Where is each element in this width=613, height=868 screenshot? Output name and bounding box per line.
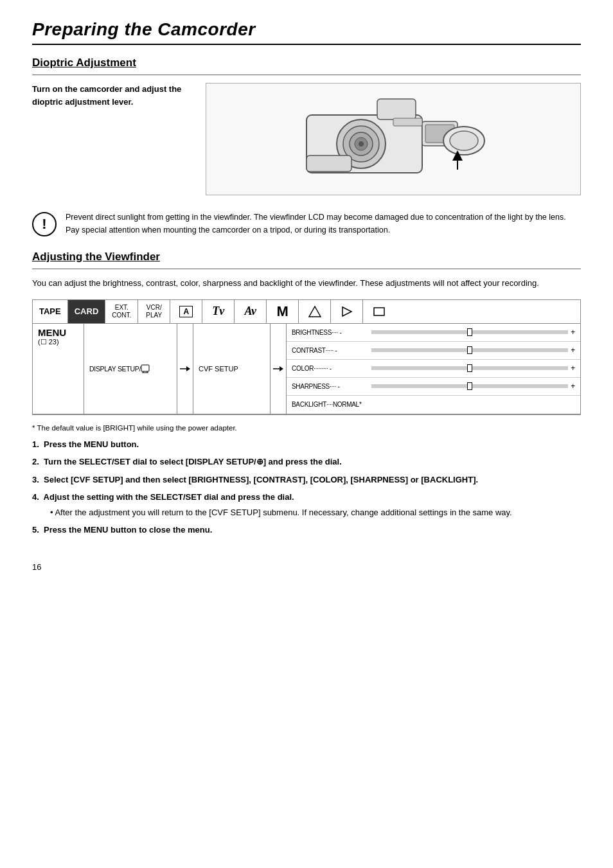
step-2: 2. Turn the SELECT/SET dial to select [D…	[32, 456, 581, 468]
svg-marker-15	[342, 307, 351, 316]
menu-body-row: MENU (☐ 23) DISPLAY SETUP/	[33, 324, 580, 414]
warning-text: Prevent direct sunlight from getting in …	[66, 211, 581, 236]
arrow-cell-2	[271, 324, 287, 414]
square-icon-svg	[373, 307, 385, 316]
step-3: 3. Select [CVF SETUP] and then select [B…	[32, 474, 581, 486]
play-icon-svg	[341, 306, 353, 317]
step-3-text: 3. Select [CVF SETUP] and then select [B…	[32, 475, 478, 484]
dioptric-content: Turn on the camcorder and adjust the dio…	[32, 83, 581, 195]
right-arrow-icon	[180, 364, 190, 374]
svg-marker-22	[186, 366, 190, 371]
viewfinder-header: Adjusting the Viewfinder	[32, 251, 581, 263]
cvf-setup-cell: CVF SETUP	[193, 324, 271, 414]
right-arrow-icon-2	[273, 364, 283, 374]
menu-label-text: MENU	[38, 327, 66, 338]
viewfinder-divider	[32, 269, 581, 269]
contrast-row: CONTRAST····· - +	[287, 342, 580, 360]
svg-marker-14	[309, 306, 321, 317]
brightness-thumb	[467, 328, 472, 336]
svg-marker-24	[280, 366, 283, 371]
sharpness-label: SHARPNESS···· -	[292, 383, 369, 390]
step-1-text: 1. Press the MENU button.	[32, 439, 139, 449]
contrast-plus: +	[571, 346, 575, 355]
brightness-label: BRIGHTNESS···· -	[292, 329, 369, 336]
page-number: 16	[32, 562, 581, 572]
contrast-track	[369, 348, 571, 352]
step-4: 4. Adjust the setting with the SELECT/SE…	[32, 491, 581, 518]
tab-square	[363, 300, 395, 323]
brightness-plus: +	[571, 328, 575, 337]
svg-rect-13	[306, 155, 351, 172]
sharpness-thumb	[467, 382, 472, 390]
dioptric-header: Dioptric Adjustment	[32, 57, 581, 69]
camcorder-svg	[294, 86, 493, 192]
sharpness-bar	[371, 384, 568, 388]
brightness-row: BRIGHTNESS···· - +	[287, 324, 580, 342]
steps-list: 1. Press the MENU button. 2. Turn the SE…	[32, 438, 581, 536]
sharpness-track	[369, 384, 571, 388]
tab-tape: TAPE	[33, 300, 68, 323]
color-plus: +	[571, 364, 575, 373]
color-track	[369, 366, 571, 370]
camcorder-image	[206, 83, 581, 195]
dioptric-instruction: Turn on the camcorder and adjust the dio…	[32, 83, 193, 108]
step-2-text: 2. Turn the SELECT/SET dial to select [D…	[32, 457, 342, 466]
step-1: 1. Press the MENU button.	[32, 438, 581, 451]
default-note: * The default value is [BRIGHT] while us…	[32, 424, 581, 432]
contrast-thumb	[467, 346, 472, 354]
tab-vcr-play: VCR/PLAY	[138, 300, 170, 323]
contrast-bar	[371, 348, 568, 352]
color-row: COLOR········· - +	[287, 360, 580, 378]
page-title: Preparing the Camcorder	[32, 19, 581, 40]
tab-av: Av	[235, 300, 267, 323]
a-icon-box: A	[179, 306, 193, 317]
warning-icon: !	[32, 212, 57, 236]
dioptric-divider	[32, 75, 581, 75]
tab-ext-cont: EXT.CONT.	[105, 300, 138, 323]
sharpness-plus: +	[571, 382, 575, 391]
step-5-text: 5. Press the MENU button to close the me…	[32, 525, 212, 535]
menu-tabs-row: TAPE CARD EXT.CONT. VCR/PLAY A Tv Av M	[33, 300, 580, 324]
step-4-sub: After the adjustment you will return to …	[50, 506, 581, 519]
tab-card: CARD	[68, 300, 106, 323]
tab-tv: Tv	[202, 300, 235, 323]
brightness-track	[369, 330, 571, 334]
tab-m: M	[267, 300, 299, 323]
title-divider	[32, 44, 581, 45]
backlight-row: BACKLIGHT····NORMAL*	[287, 396, 580, 414]
tab-play	[331, 300, 363, 323]
svg-rect-9	[393, 118, 422, 126]
svg-rect-17	[141, 365, 149, 371]
step-4-text: 4. Adjust the setting with the SELECT/SE…	[32, 492, 294, 502]
step-5: 5. Press the MENU button to close the me…	[32, 524, 581, 536]
svg-point-5	[359, 141, 364, 146]
brightness-bar	[371, 330, 568, 334]
color-thumb	[467, 364, 472, 372]
step-4-sub-item: After the adjustment you will return to …	[50, 506, 581, 519]
tab-icon-a: A	[170, 300, 202, 323]
viewfinder-section: Adjusting the Viewfinder You can adjust …	[32, 251, 581, 536]
warning-box: ! Prevent direct sunlight from getting i…	[32, 211, 581, 236]
tab-bell	[299, 300, 331, 323]
display-setup-cell: DISPLAY SETUP/	[84, 324, 177, 414]
sharpness-row: SHARPNESS···· - +	[287, 378, 580, 396]
viewfinder-intro: You can adjust the brightness, contrast,…	[32, 277, 581, 290]
contrast-label: CONTRAST····· -	[292, 347, 369, 354]
svg-rect-16	[374, 308, 384, 315]
arrow-cell-1	[177, 324, 193, 414]
menu-label-sub: (☐ 23)	[38, 338, 59, 346]
menu-label-cell: MENU (☐ 23)	[33, 324, 84, 414]
svg-rect-8	[377, 99, 416, 120]
color-bar	[371, 366, 568, 370]
menu-diagram: TAPE CARD EXT.CONT. VCR/PLAY A Tv Av M	[32, 299, 581, 415]
backlight-label: BACKLIGHT····NORMAL*	[292, 401, 361, 408]
dioptric-section: Dioptric Adjustment Turn on the camcorde…	[32, 57, 581, 195]
display-icon	[141, 364, 150, 373]
sliders-panel: BRIGHTNESS···· - + CONTRAST····· -	[287, 324, 580, 414]
color-label: COLOR········· -	[292, 365, 369, 372]
mountain-icon	[308, 305, 322, 319]
svg-point-11	[450, 131, 478, 150]
